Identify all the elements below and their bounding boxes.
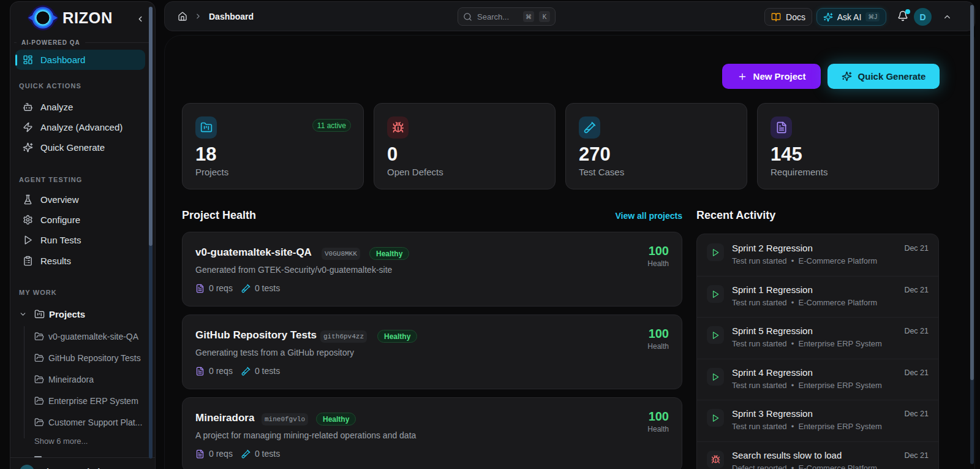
svg-text:RIZON: RIZON bbox=[62, 9, 113, 26]
